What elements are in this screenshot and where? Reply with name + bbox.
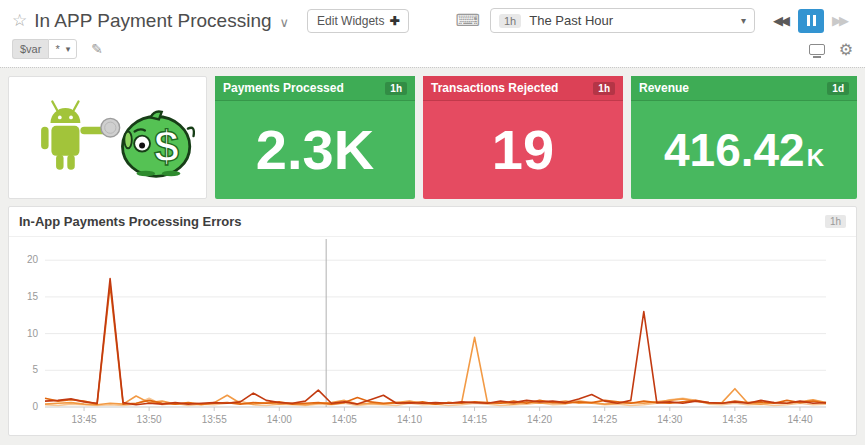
svg-text:$: $ <box>154 121 179 172</box>
time-range-badge: 1h <box>499 14 521 28</box>
time-range-select[interactable]: 1h The Past Hour ▾ <box>490 8 755 33</box>
plus-icon: ✚ <box>389 14 399 28</box>
kpi-value: 19 <box>492 122 554 178</box>
chart-title: In-App Payments Processing Errors <box>19 214 242 229</box>
chevron-down-icon: ▾ <box>741 15 746 26</box>
svg-text:10: 10 <box>27 328 39 339</box>
template-variable-value: * <box>55 43 59 55</box>
dashboard-header: ☆ In APP Payment Processing ∨ Edit Widge… <box>0 0 865 67</box>
kpi-value-suffix: K <box>807 146 824 170</box>
svg-text:14:40: 14:40 <box>787 414 812 425</box>
kpi-value: 2.3K <box>256 122 374 178</box>
svg-text:14:25: 14:25 <box>592 414 617 425</box>
svg-text:20: 20 <box>27 254 39 265</box>
template-variable-name: $var <box>12 39 48 59</box>
dashboard-title: In APP Payment Processing <box>34 10 271 32</box>
chart-timeframe-badge: 1h <box>825 215 846 228</box>
pause-button[interactable] <box>798 9 824 33</box>
svg-text:14:30: 14:30 <box>657 414 682 425</box>
android-piggybank-svg: $ <box>14 83 201 193</box>
kpi-revenue[interactable]: Revenue 1d 416.42K <box>631 76 857 199</box>
edit-widgets-button[interactable]: Edit Widgets ✚ <box>307 9 409 33</box>
svg-text:13:45: 13:45 <box>72 414 97 425</box>
chevron-down-icon: ▾ <box>66 44 71 54</box>
dashboard-board: $ Payments Processed 1h 2.3K Transaction… <box>0 67 865 445</box>
kpi-title: Payments Processed <box>223 81 344 95</box>
svg-text:14:10: 14:10 <box>397 414 422 425</box>
kpi-title: Revenue <box>639 81 689 95</box>
rewind-button[interactable]: ◀◀ <box>769 9 794 32</box>
template-variable-selector[interactable]: $var * ▾ <box>12 39 77 59</box>
svg-text:5: 5 <box>32 364 38 375</box>
kpi-timeframe-badge: 1d <box>827 82 849 95</box>
edit-pencil-icon[interactable]: ✎ <box>91 41 103 57</box>
kpi-title: Transactions Rejected <box>431 81 558 95</box>
svg-text:14:20: 14:20 <box>527 414 552 425</box>
keyboard-shortcuts-icon[interactable]: ⌨ <box>455 10 480 31</box>
svg-text:15: 15 <box>27 291 39 302</box>
kpi-transactions-rejected[interactable]: Transactions Rejected 1h 19 <box>423 76 623 199</box>
timeseries-chart[interactable]: 0510152013:4513:5013:5514:0014:0514:1014… <box>9 237 856 433</box>
kpi-timeframe-badge: 1h <box>593 82 615 95</box>
kpi-payments-processed[interactable]: Payments Processed 1h 2.3K <box>215 76 415 199</box>
svg-text:14:05: 14:05 <box>332 414 357 425</box>
tv-mode-icon[interactable] <box>809 44 825 55</box>
favorite-star-icon[interactable]: ☆ <box>12 10 27 31</box>
svg-text:14:15: 14:15 <box>462 414 487 425</box>
errors-chart-widget[interactable]: In-App Payments Processing Errors 1h 051… <box>8 206 857 436</box>
edit-widgets-label: Edit Widgets <box>317 14 384 28</box>
svg-text:13:55: 13:55 <box>202 414 227 425</box>
time-range-label: The Past Hour <box>529 13 741 28</box>
gear-icon[interactable]: ⚙ <box>839 40 853 59</box>
android-piggybank-image: $ <box>8 76 207 199</box>
svg-text:13:50: 13:50 <box>137 414 162 425</box>
svg-text:0: 0 <box>32 401 38 412</box>
svg-text:14:00: 14:00 <box>267 414 292 425</box>
svg-text:14:35: 14:35 <box>722 414 747 425</box>
fast-forward-button[interactable]: ▶▶ <box>828 9 853 32</box>
kpi-value: 416.42K <box>664 127 824 173</box>
kpi-timeframe-badge: 1h <box>385 82 407 95</box>
title-dropdown-caret-icon[interactable]: ∨ <box>280 15 290 30</box>
